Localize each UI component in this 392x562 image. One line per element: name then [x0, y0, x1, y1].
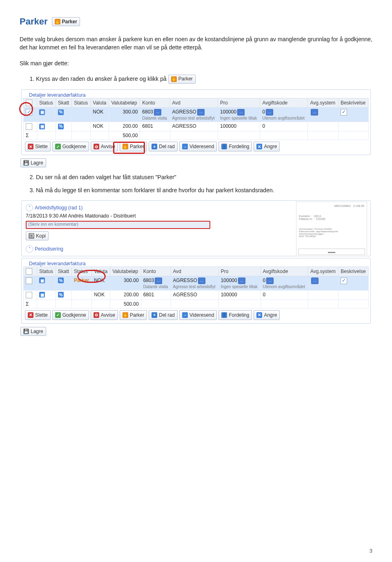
parker-button-title[interactable]: ✋ Parker: [52, 17, 80, 26]
status-icon: ▣: [39, 124, 45, 129]
grid1-h-valuta[interactable]: Valuta: [91, 98, 109, 108]
g2-row1-beskr-check[interactable]: ✓: [341, 278, 347, 284]
g2-row1-avd-sub: Agresso test arbeidsflyt: [173, 284, 216, 289]
kopi-button[interactable]: ❐Kopi: [26, 231, 49, 240]
g2-row2-belop: 200.00: [110, 290, 141, 300]
table-row[interactable]: ▣ % NOK 200.00 6801 AGRESSO 100000 0: [24, 290, 369, 300]
scrollbar-thumb[interactable]: ▬▬: [328, 250, 335, 254]
g2-row2-checkbox[interactable]: [26, 292, 32, 298]
chevron-up-icon[interactable]: ˄: [26, 204, 33, 211]
grid2-h-status[interactable]: Status: [37, 267, 56, 276]
videresend-button[interactable]: →Videresend: [179, 142, 217, 151]
row2-avgkode: 0: [260, 122, 308, 131]
parker-button-step1[interactable]: ✋ Parker: [168, 75, 196, 84]
godkjenne-label: Godkjenne: [62, 144, 86, 149]
lagre-label: Lagre: [31, 160, 43, 166]
grid2-h-valutabelop[interactable]: Valutabeløp: [110, 267, 141, 276]
lookup-icon[interactable]: …: [155, 278, 162, 284]
g2-row1-pro-sub: Ingen spesielle tiltak: [221, 284, 258, 289]
angre-button[interactable]: ✕Angre: [254, 310, 280, 320]
grid2-h-avd[interactable]: Avd: [171, 267, 218, 276]
parker-button[interactable]: ✋Parker: [120, 142, 147, 151]
percent-icon: %: [58, 124, 64, 129]
row1-avgkode: 0: [262, 109, 265, 115]
lookup-icon[interactable]: …: [237, 109, 245, 116]
header-checkbox[interactable]: [26, 268, 32, 275]
fordeling-button[interactable]: 👤Fordeling: [218, 142, 252, 151]
grid1-h-status[interactable]: Status: [37, 98, 56, 108]
grid1-h-avgsys[interactable]: Avg.system: [308, 98, 338, 108]
hand-icon: ✋: [171, 76, 177, 82]
delrad-label: Del rad: [159, 312, 175, 318]
grid2-h-skatt[interactable]: Skatt: [56, 267, 71, 276]
g2-row1-valuta: NOK: [92, 276, 110, 290]
slette-button[interactable]: ✕Slette: [25, 142, 51, 151]
grid1-h-pro[interactable]: Pro: [218, 98, 260, 108]
row1-checkbox[interactable]: ✓: [26, 109, 32, 116]
grid2-h-beskr[interactable]: Beskrivelse: [339, 267, 369, 276]
avvise-button[interactable]: ⊖Avvise: [91, 310, 118, 320]
lookup-icon[interactable]: …: [154, 109, 161, 116]
lagre-button[interactable]: 💾Lagre: [20, 327, 46, 336]
grid1-h-konto[interactable]: Konto: [140, 98, 170, 108]
grid2-h-konto[interactable]: Konto: [141, 267, 171, 276]
intro-paragraph: Dette valg brukes dersom man ønsker å pa…: [20, 35, 372, 52]
lookup-icon[interactable]: …: [311, 278, 318, 284]
x-icon: ✕: [256, 144, 262, 149]
parker-label: Parker: [130, 144, 144, 149]
check-icon: ✓: [55, 144, 61, 149]
videresend-label: Videresend: [189, 144, 214, 149]
grid2-h-avgkode[interactable]: Avgiftskode: [261, 267, 308, 276]
comment-input[interactable]: (Skriv inn en kommentar): [26, 221, 210, 229]
percent-icon: %: [58, 292, 64, 298]
videresend-label: Videresend: [189, 312, 214, 318]
header-checkbox[interactable]: [26, 100, 32, 106]
parker-button[interactable]: ✋Parker: [120, 310, 147, 320]
lagre-button[interactable]: 💾Lagre: [20, 158, 46, 167]
grid1-h-valutabelop[interactable]: Valutabeløp: [109, 98, 140, 108]
g2-row1-checkbox[interactable]: [26, 278, 32, 284]
delrad-button[interactable]: +Del rad: [149, 142, 178, 151]
lookup-icon[interactable]: …: [266, 278, 274, 284]
hand-icon: ✋: [122, 312, 128, 318]
percent-icon: %: [58, 109, 64, 115]
angre-button[interactable]: ✕Angre: [254, 142, 280, 151]
grid2-h-avgsys[interactable]: Avg.system: [308, 267, 339, 276]
row2-pro: 100000: [218, 122, 260, 131]
grid1-h-status2[interactable]: Status: [72, 98, 91, 108]
slette-button[interactable]: ✕Slette: [25, 310, 51, 320]
g2-row1-konto: 6803: [143, 278, 154, 283]
table-row[interactable]: ▣ % NOK 200.00 6801 AGRESSO 100000 0: [24, 122, 369, 131]
table-row[interactable]: ▣ % Parker NOK 300.00 6803…Datarek visit…: [24, 276, 369, 290]
grid2-h-status2[interactable]: Status: [71, 267, 91, 276]
row1-konto-sub: Datarek visita: [142, 116, 167, 120]
grid1-h-skatt[interactable]: Skatt: [56, 98, 72, 108]
step-2: Du ser nå at den raden valget har fått s…: [36, 173, 372, 181]
grid1-h-avgkode[interactable]: Avgiftskode: [260, 98, 308, 108]
lookup-icon[interactable]: …: [197, 109, 205, 116]
row1-beskr-check[interactable]: ✓: [341, 109, 347, 116]
grid2-h-valuta[interactable]: Valuta: [92, 267, 110, 276]
table-row[interactable]: ✓ ▣ % NOK 300.00 6803…Datarek visita AGR…: [24, 108, 369, 122]
chevron-down-icon[interactable]: ˅: [26, 245, 33, 253]
godkjenne-button[interactable]: ✓Godkjenne: [52, 142, 89, 151]
lookup-icon[interactable]: …: [311, 109, 318, 116]
delrad-button[interactable]: +Del rad: [149, 310, 178, 320]
row1-konto: 6803: [142, 109, 153, 115]
status-icon: ▣: [39, 109, 45, 115]
hand-icon: ✋: [55, 19, 60, 24]
grid1-h-avd[interactable]: Avd: [170, 98, 218, 108]
avvise-button[interactable]: ⊖Avvise: [91, 142, 118, 151]
row2-checkbox[interactable]: [26, 123, 32, 130]
action-bar-2: ✕Slette ✓Godkjenne ⊖Avvise ✋Parker +Del …: [23, 309, 369, 322]
lookup-icon[interactable]: …: [198, 278, 205, 284]
lookup-icon[interactable]: …: [238, 278, 245, 284]
grid1-h-beskr[interactable]: Beskrivelse: [338, 98, 368, 108]
videresend-button[interactable]: →Videresend: [179, 310, 217, 320]
lookup-icon[interactable]: …: [266, 109, 273, 116]
g2-row2-konto: 6801: [141, 290, 171, 300]
godkjenne-button[interactable]: ✓Godkjenne: [52, 310, 89, 320]
g2-row1-avgkode: 0: [263, 278, 266, 283]
grid2-h-pro[interactable]: Pro: [218, 267, 261, 276]
fordeling-button[interactable]: 👤Fordeling: [218, 310, 252, 320]
